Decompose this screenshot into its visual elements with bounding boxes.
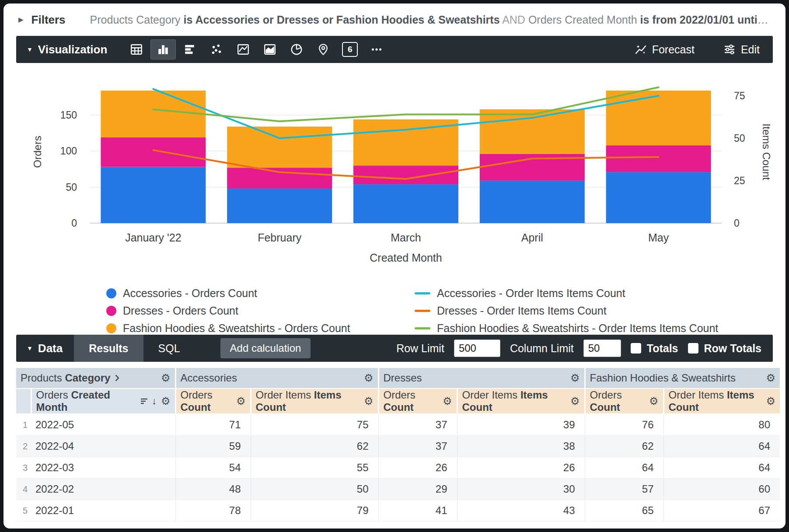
- measure-column-header[interactable]: Order Items Items Count⚙: [251, 388, 378, 414]
- dimension-cell[interactable]: 2022-03: [31, 457, 175, 479]
- viz-type-scatter-icon[interactable]: [204, 39, 229, 60]
- viz-type-map-icon[interactable]: [311, 39, 336, 60]
- legend-item[interactable]: Fashion Hoodies & Sweatshirts - Order It…: [415, 322, 718, 335]
- gear-icon[interactable]: ⚙: [766, 372, 776, 384]
- pivot-dimension-header[interactable]: Products Category ⚙: [16, 368, 175, 388]
- expand-chevron-icon[interactable]: [115, 374, 120, 382]
- dimension-cell[interactable]: 2022-02: [31, 479, 175, 500]
- checkbox-box[interactable]: [688, 343, 698, 354]
- measure-column-header[interactable]: Orders Count⚙: [585, 388, 663, 414]
- viz-type-bar-chart-icon[interactable]: [177, 39, 202, 60]
- measure-column-header[interactable]: Orders Count⚙: [378, 388, 457, 414]
- visualization-collapse-caret-icon[interactable]: ▼: [27, 46, 33, 53]
- bar-segment[interactable]: [227, 126, 332, 168]
- measure-cell[interactable]: 62: [251, 436, 378, 457]
- legend-item[interactable]: Dresses - Order Items Items Count: [415, 304, 718, 317]
- measure-cell[interactable]: 30: [457, 479, 585, 500]
- bar-segment[interactable]: [606, 145, 711, 172]
- bar-segment[interactable]: [101, 137, 206, 167]
- measure-cell[interactable]: 78: [175, 500, 251, 522]
- gear-icon[interactable]: ⚙: [161, 395, 171, 407]
- bar-segment[interactable]: [606, 172, 711, 223]
- dimension-cell[interactable]: 2022-01: [31, 500, 175, 522]
- gear-icon[interactable]: ⚙: [570, 372, 580, 384]
- tab-sql[interactable]: SQL: [143, 335, 195, 362]
- measure-cell[interactable]: 71: [175, 414, 251, 436]
- viz-type-single-value-icon[interactable]: 6: [337, 39, 363, 60]
- measure-cell[interactable]: 50: [251, 479, 378, 500]
- bar-segment[interactable]: [101, 91, 206, 137]
- bar-segment[interactable]: [101, 167, 206, 223]
- sort-desc-icon[interactable]: ↓: [152, 396, 157, 407]
- checkbox-box[interactable]: [631, 343, 641, 354]
- measure-cell[interactable]: 65: [585, 500, 663, 522]
- viz-type-table-icon[interactable]: [124, 39, 149, 60]
- gear-icon[interactable]: ⚙: [236, 395, 246, 407]
- measure-cell[interactable]: 67: [663, 500, 780, 522]
- add-calculation-button[interactable]: Add calculation: [220, 338, 311, 358]
- measure-cell[interactable]: 29: [378, 479, 457, 500]
- measure-cell[interactable]: 37: [378, 414, 457, 436]
- gear-icon[interactable]: ⚙: [364, 372, 374, 384]
- subtotal-icon[interactable]: [140, 397, 149, 406]
- measure-cell[interactable]: 55: [251, 457, 378, 479]
- totals-checkbox[interactable]: Totals: [631, 342, 678, 355]
- gear-icon[interactable]: ⚙: [443, 395, 452, 407]
- measure-cell[interactable]: 64: [585, 457, 663, 479]
- legend-item[interactable]: Dresses - Orders Count: [106, 304, 415, 317]
- viz-type-line-chart-icon[interactable]: [230, 39, 256, 60]
- measure-cell[interactable]: 43: [457, 500, 585, 522]
- dimension-cell[interactable]: 2022-04: [31, 436, 175, 457]
- legend-item[interactable]: Fashion Hoodies & Sweatshirts - Orders C…: [106, 322, 415, 335]
- bar-segment[interactable]: [480, 109, 585, 154]
- gear-icon[interactable]: ⚙: [161, 372, 171, 384]
- dimension-cell[interactable]: 2022-05: [31, 414, 175, 436]
- measure-cell[interactable]: 48: [175, 479, 251, 500]
- bar-segment[interactable]: [606, 91, 711, 145]
- pivot-value-header[interactable]: Accessories⚙: [175, 368, 378, 388]
- gear-icon[interactable]: ⚙: [649, 395, 659, 407]
- data-collapse-caret-icon[interactable]: ▼: [27, 345, 33, 352]
- gear-icon[interactable]: ⚙: [766, 395, 776, 407]
- measure-cell[interactable]: 41: [378, 500, 457, 522]
- measure-cell[interactable]: 76: [585, 414, 663, 436]
- viz-type-column-chart-icon[interactable]: [150, 39, 176, 60]
- legend-item[interactable]: Accessories - Orders Count: [106, 287, 415, 300]
- measure-cell[interactable]: 26: [378, 457, 457, 479]
- measure-cell[interactable]: 64: [663, 457, 780, 479]
- measure-cell[interactable]: 64: [663, 436, 780, 457]
- legend-item[interactable]: Accessories - Order Items Items Count: [415, 287, 718, 300]
- measure-cell[interactable]: 57: [585, 479, 663, 500]
- measure-cell[interactable]: 59: [175, 436, 251, 457]
- row-totals-checkbox[interactable]: Row Totals: [688, 342, 761, 355]
- measure-cell[interactable]: 26: [457, 457, 585, 479]
- bar-segment[interactable]: [227, 189, 332, 223]
- measure-cell[interactable]: 38: [457, 436, 585, 457]
- dimension-column-header[interactable]: Orders Created Month ↓ ⚙: [31, 388, 175, 414]
- filters-expand-caret-icon[interactable]: ▶: [18, 16, 24, 24]
- measure-cell[interactable]: 62: [585, 436, 663, 457]
- bar-segment[interactable]: [353, 165, 458, 184]
- pivot-value-header[interactable]: Fashion Hoodies & Sweatshirts⚙: [585, 368, 780, 388]
- measure-cell[interactable]: 37: [378, 436, 457, 457]
- viz-type-area-chart-icon[interactable]: [257, 39, 283, 60]
- tab-results[interactable]: Results: [74, 335, 143, 362]
- combo-chart[interactable]: 0501001500255075January '22FebruaryMarch…: [17, 69, 780, 279]
- measure-cell[interactable]: 39: [457, 414, 585, 436]
- measure-cell[interactable]: 80: [663, 414, 780, 436]
- forecast-button[interactable]: Forecast: [635, 43, 695, 56]
- bar-segment[interactable]: [227, 168, 332, 189]
- measure-column-header[interactable]: Order Items Items Count⚙: [457, 388, 585, 414]
- edit-button[interactable]: Edit: [723, 43, 760, 56]
- data-section-label[interactable]: Data: [38, 342, 63, 355]
- gear-icon[interactable]: ⚙: [570, 395, 580, 407]
- measure-cell[interactable]: 54: [175, 457, 251, 479]
- column-limit-input[interactable]: [583, 340, 621, 357]
- gear-icon[interactable]: ⚙: [364, 395, 374, 407]
- viz-more-types-icon[interactable]: [364, 39, 389, 60]
- filters-section-label[interactable]: Filters: [31, 13, 66, 27]
- measure-cell[interactable]: 79: [251, 500, 378, 522]
- visualization-section-label[interactable]: Visualization: [38, 43, 107, 56]
- measure-column-header[interactable]: Orders Count⚙: [175, 388, 251, 414]
- bar-segment[interactable]: [353, 184, 458, 223]
